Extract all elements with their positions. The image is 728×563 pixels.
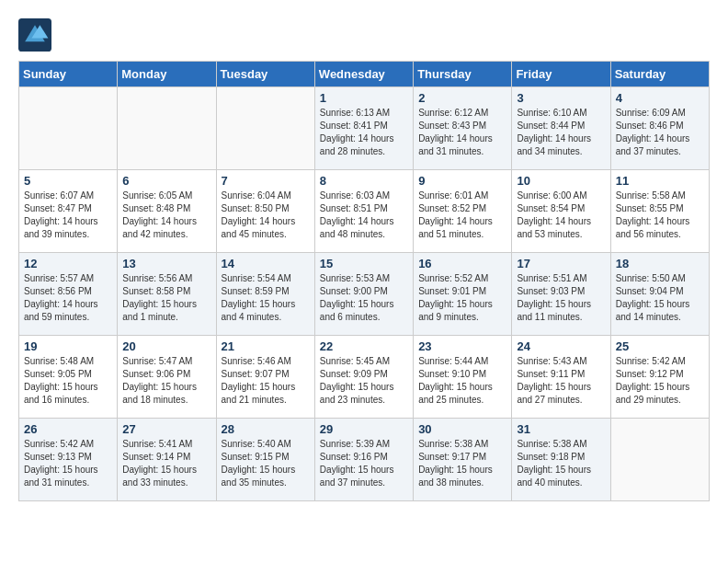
cell-content: Sunrise: 6:12 AM Sunset: 8:43 PM Dayligh…	[418, 107, 506, 158]
day-header-saturday: Saturday	[610, 62, 709, 87]
calendar-cell: 17Sunrise: 5:51 AM Sunset: 9:03 PM Dayli…	[512, 253, 610, 336]
cell-content: Sunrise: 5:38 AM Sunset: 9:18 PM Dayligh…	[517, 438, 605, 489]
cell-content: Sunrise: 6:00 AM Sunset: 8:54 PM Dayligh…	[517, 190, 605, 241]
day-number: 22	[320, 339, 408, 353]
day-number: 12	[24, 257, 112, 270]
calendar-cell	[610, 419, 709, 501]
day-number: 16	[418, 257, 506, 270]
calendar-cell: 9Sunrise: 6:01 AM Sunset: 8:52 PM Daylig…	[414, 170, 512, 253]
day-number: 9	[418, 174, 506, 188]
calendar-cell: 30Sunrise: 5:38 AM Sunset: 9:17 PM Dayli…	[414, 419, 512, 501]
day-number: 14	[222, 257, 310, 270]
calendar-cell: 24Sunrise: 5:43 AM Sunset: 9:11 PM Dayli…	[512, 336, 610, 419]
day-number: 13	[122, 257, 210, 270]
calendar-cell: 25Sunrise: 5:42 AM Sunset: 9:12 PM Dayli…	[610, 336, 709, 419]
calendar-cell: 19Sunrise: 5:48 AM Sunset: 9:05 PM Dayli…	[19, 336, 118, 419]
cell-content: Sunrise: 5:54 AM Sunset: 8:59 PM Dayligh…	[222, 272, 310, 324]
cell-content: Sunrise: 5:39 AM Sunset: 9:16 PM Dayligh…	[320, 438, 408, 489]
calendar-cell: 16Sunrise: 5:52 AM Sunset: 9:01 PM Dayli…	[414, 253, 512, 336]
day-number: 11	[616, 174, 704, 188]
day-header-tuesday: Tuesday	[216, 62, 314, 87]
day-header-monday: Monday	[118, 62, 216, 87]
calendar-cell: 31Sunrise: 5:38 AM Sunset: 9:18 PM Dayli…	[512, 419, 610, 501]
logo-icon	[18, 18, 51, 52]
day-header-thursday: Thursday	[414, 62, 512, 87]
cell-content: Sunrise: 5:53 AM Sunset: 9:00 PM Dayligh…	[320, 272, 408, 324]
cell-content: Sunrise: 6:09 AM Sunset: 8:46 PM Dayligh…	[616, 107, 704, 158]
day-header-friday: Friday	[512, 62, 610, 87]
calendar-cell: 3Sunrise: 6:10 AM Sunset: 8:44 PM Daylig…	[512, 87, 610, 170]
cell-content: Sunrise: 5:41 AM Sunset: 9:14 PM Dayligh…	[122, 438, 210, 489]
day-number: 25	[616, 339, 704, 353]
cell-content: Sunrise: 5:47 AM Sunset: 9:06 PM Dayligh…	[122, 355, 210, 407]
day-number: 3	[517, 91, 605, 105]
calendar-cell: 28Sunrise: 5:40 AM Sunset: 9:15 PM Dayli…	[216, 419, 314, 501]
calendar-cell: 5Sunrise: 6:07 AM Sunset: 8:47 PM Daylig…	[19, 170, 118, 253]
cell-content: Sunrise: 5:48 AM Sunset: 9:05 PM Dayligh…	[24, 355, 112, 407]
day-number: 10	[517, 174, 605, 188]
cell-content: Sunrise: 5:38 AM Sunset: 9:17 PM Dayligh…	[418, 438, 506, 489]
cell-content: Sunrise: 5:50 AM Sunset: 9:04 PM Dayligh…	[616, 272, 704, 324]
calendar-week-row: 1Sunrise: 6:13 AM Sunset: 8:41 PM Daylig…	[19, 87, 710, 170]
calendar-cell: 8Sunrise: 6:03 AM Sunset: 8:51 PM Daylig…	[314, 170, 413, 253]
calendar-cell: 18Sunrise: 5:50 AM Sunset: 9:04 PM Dayli…	[610, 253, 709, 336]
cell-content: Sunrise: 6:10 AM Sunset: 8:44 PM Dayligh…	[517, 107, 605, 158]
cell-content: Sunrise: 5:45 AM Sunset: 9:09 PM Dayligh…	[320, 355, 408, 407]
cell-content: Sunrise: 6:04 AM Sunset: 8:50 PM Dayligh…	[222, 190, 310, 241]
calendar-header-row: SundayMondayTuesdayWednesdayThursdayFrid…	[19, 62, 710, 87]
cell-content: Sunrise: 5:46 AM Sunset: 9:07 PM Dayligh…	[222, 355, 310, 407]
day-number: 7	[222, 174, 310, 188]
calendar-cell: 4Sunrise: 6:09 AM Sunset: 8:46 PM Daylig…	[610, 87, 709, 170]
calendar-week-row: 26Sunrise: 5:42 AM Sunset: 9:13 PM Dayli…	[19, 419, 710, 501]
logo	[18, 18, 55, 52]
day-number: 24	[517, 339, 605, 353]
cell-content: Sunrise: 5:42 AM Sunset: 9:12 PM Dayligh…	[616, 355, 704, 407]
calendar-cell: 1Sunrise: 6:13 AM Sunset: 8:41 PM Daylig…	[314, 87, 413, 170]
cell-content: Sunrise: 6:05 AM Sunset: 8:48 PM Dayligh…	[122, 190, 210, 241]
calendar-week-row: 19Sunrise: 5:48 AM Sunset: 9:05 PM Dayli…	[19, 336, 710, 419]
calendar-cell: 23Sunrise: 5:44 AM Sunset: 9:10 PM Dayli…	[414, 336, 512, 419]
cell-content: Sunrise: 5:40 AM Sunset: 9:15 PM Dayligh…	[222, 438, 310, 489]
day-number: 1	[320, 91, 408, 105]
cell-content: Sunrise: 6:01 AM Sunset: 8:52 PM Dayligh…	[418, 190, 506, 241]
day-number: 8	[320, 174, 408, 188]
calendar-cell: 7Sunrise: 6:04 AM Sunset: 8:50 PM Daylig…	[216, 170, 314, 253]
calendar-cell	[118, 87, 216, 170]
cell-content: Sunrise: 5:43 AM Sunset: 9:11 PM Dayligh…	[517, 355, 605, 407]
calendar-cell: 22Sunrise: 5:45 AM Sunset: 9:09 PM Dayli…	[314, 336, 413, 419]
day-header-wednesday: Wednesday	[314, 62, 413, 87]
cell-content: Sunrise: 5:44 AM Sunset: 9:10 PM Dayligh…	[418, 355, 506, 407]
day-number: 6	[122, 174, 210, 188]
day-number: 15	[320, 257, 408, 270]
calendar-cell: 29Sunrise: 5:39 AM Sunset: 9:16 PM Dayli…	[314, 419, 413, 501]
day-number: 31	[517, 422, 605, 436]
calendar-cell	[216, 87, 314, 170]
cell-content: Sunrise: 5:52 AM Sunset: 9:01 PM Dayligh…	[418, 272, 506, 324]
calendar-week-row: 12Sunrise: 5:57 AM Sunset: 8:56 PM Dayli…	[19, 253, 710, 336]
calendar-cell: 15Sunrise: 5:53 AM Sunset: 9:00 PM Dayli…	[314, 253, 413, 336]
calendar-cell: 26Sunrise: 5:42 AM Sunset: 9:13 PM Dayli…	[19, 419, 118, 501]
day-number: 19	[24, 339, 112, 353]
cell-content: Sunrise: 5:57 AM Sunset: 8:56 PM Dayligh…	[24, 272, 112, 324]
calendar-cell: 14Sunrise: 5:54 AM Sunset: 8:59 PM Dayli…	[216, 253, 314, 336]
calendar-cell: 21Sunrise: 5:46 AM Sunset: 9:07 PM Dayli…	[216, 336, 314, 419]
day-number: 29	[320, 422, 408, 436]
day-number: 17	[517, 257, 605, 270]
day-header-sunday: Sunday	[19, 62, 118, 87]
calendar-week-row: 5Sunrise: 6:07 AM Sunset: 8:47 PM Daylig…	[19, 170, 710, 253]
calendar-cell: 11Sunrise: 5:58 AM Sunset: 8:55 PM Dayli…	[610, 170, 709, 253]
calendar-cell: 10Sunrise: 6:00 AM Sunset: 8:54 PM Dayli…	[512, 170, 610, 253]
day-number: 28	[222, 422, 310, 436]
day-number: 30	[418, 422, 506, 436]
calendar-cell: 13Sunrise: 5:56 AM Sunset: 8:58 PM Dayli…	[118, 253, 216, 336]
calendar-cell	[19, 87, 118, 170]
day-number: 2	[418, 91, 506, 105]
day-number: 5	[24, 174, 112, 188]
cell-content: Sunrise: 5:42 AM Sunset: 9:13 PM Dayligh…	[24, 438, 112, 489]
day-number: 26	[24, 422, 112, 436]
day-number: 4	[616, 91, 704, 105]
cell-content: Sunrise: 6:13 AM Sunset: 8:41 PM Dayligh…	[320, 107, 408, 158]
calendar-cell: 2Sunrise: 6:12 AM Sunset: 8:43 PM Daylig…	[414, 87, 512, 170]
day-number: 23	[418, 339, 506, 353]
cell-content: Sunrise: 5:56 AM Sunset: 8:58 PM Dayligh…	[122, 272, 210, 324]
